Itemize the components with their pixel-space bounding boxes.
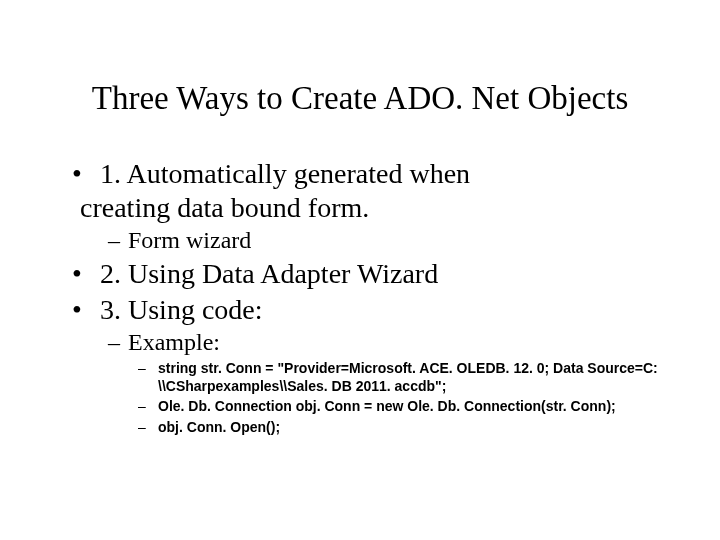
slide-title: Three Ways to Create ADO. Net Objects	[60, 80, 660, 117]
code-item: string str. Conn = "Provider=Microsoft. …	[60, 359, 660, 395]
code-item: Ole. Db. Connection obj. Conn = new Ole.…	[60, 397, 660, 415]
bullet-text-cont: creating data bound form.	[80, 192, 369, 223]
code-item: obj. Conn. Open();	[60, 418, 660, 436]
dash-item: Example:	[60, 328, 660, 357]
bullet-item: 2. Using Data Adapter Wizard	[60, 257, 660, 291]
bullet-item: 3. Using code:	[60, 293, 660, 327]
dash-item: Form wizard	[60, 226, 660, 255]
bullet-item: 1. Automatically generated when creating…	[60, 157, 660, 224]
bullet-text: 1. Automatically generated when	[100, 158, 470, 189]
content-list: 1. Automatically generated when creating…	[60, 157, 660, 436]
